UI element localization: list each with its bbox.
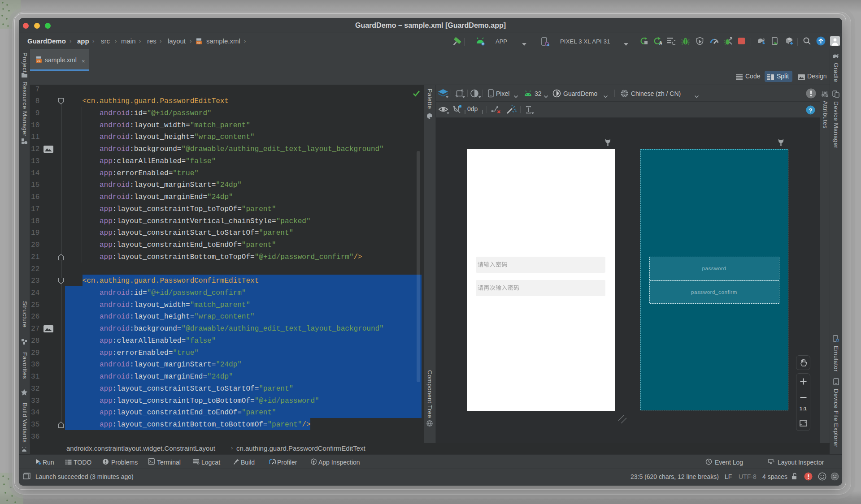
svg-text:A: A [659,41,662,45]
svg-text:<>: <> [37,60,40,63]
svg-text:<>: <> [197,41,200,45]
svg-text:?: ? [809,107,813,114]
